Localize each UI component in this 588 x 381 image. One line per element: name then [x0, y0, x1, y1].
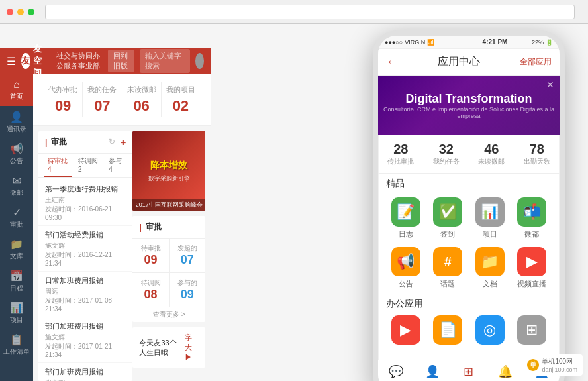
phone-banner-title: Digital Transformation	[405, 92, 532, 106]
phone-office-app-0[interactable]: ▶	[389, 315, 423, 345]
video-label: 视频直播	[517, 279, 546, 289]
phone-battery-icon: 🔋	[546, 39, 553, 46]
approval-item-4-submitter: 张文辉	[45, 378, 126, 381]
approval-item-1[interactable]: 部门活动经费报销 施文辉 发起时间：2016-12-21 21:34	[38, 226, 132, 272]
browser-url-bar[interactable]	[45, 5, 575, 19]
phone-stat-3[interactable]: 78 出勤天数	[514, 142, 560, 166]
audit-view-more[interactable]: 查看更多 >	[132, 307, 205, 322]
approval-tab-lookup[interactable]: 待调阅 2	[74, 154, 102, 177]
audit-stat-initiated[interactable]: 发起的 07	[170, 239, 205, 272]
phone-nav-apps[interactable]: ⊞ 应用	[451, 360, 487, 381]
watermark-site: 单机100网	[542, 357, 577, 366]
approval-item-3[interactable]: 部门加班费用报销 施文辉 发起时间：2017-01-21 21:34	[38, 317, 132, 363]
approval-tab-participate[interactable]: 参与 4	[105, 154, 127, 177]
phone-app-announce[interactable]: 📢 公告	[389, 247, 423, 289]
approval-item-2[interactable]: 日常加班费用报销 周远 发起时间：2017-01-08 21:34	[38, 272, 132, 317]
office-3-icon-box: ⊞	[517, 315, 546, 345]
phone-stat-2[interactable]: 46 未读微邮	[469, 142, 514, 166]
stat-unread-mail[interactable]: 未读微邮 06	[122, 82, 162, 117]
phone-office-app-2[interactable]: ◎	[473, 315, 507, 345]
sidebar-item-mail[interactable]: ✉ 微邮	[0, 170, 33, 201]
approval-add[interactable]: +	[121, 137, 126, 148]
apps-nav-icon: ⊞	[464, 364, 473, 379]
audit-stat-lookup[interactable]: 待调阅 08	[132, 273, 168, 307]
phone-app-video[interactable]: ▶ 视频直播	[515, 247, 550, 289]
sidebar-item-approval-label: 审批	[10, 220, 23, 229]
sidebar-item-approval[interactable]: ✓ 审批	[0, 201, 33, 233]
phone-all-apps-link[interactable]: 全部应用	[520, 56, 552, 68]
birthday-text: 今天友33个人生日哦	[139, 338, 181, 358]
approval-item-0[interactable]: 第一季度通行费用报销 王红南 发起时间：2016-06-21 09:30	[38, 180, 132, 226]
approval-card: | 审批 ↻ + 待审批 4 待调阅 2 参与 4 第	[38, 131, 132, 381]
user-avatar[interactable]	[195, 53, 204, 69]
audit-stat-initiated-value: 07	[175, 253, 200, 267]
phone-stat-0-label: 传批审批	[378, 157, 424, 166]
phone-app-doc[interactable]: 📁 文档	[473, 247, 507, 289]
approval-item-4[interactable]: 部门加班费用报销 张文辉 发起时间：2017-02-04 21:34	[38, 363, 132, 381]
audit-stat-pending[interactable]: 待审批 09	[132, 239, 168, 272]
sidebar-item-schedule[interactable]: 📅 日程	[0, 265, 33, 297]
phone-app-diary[interactable]: 📝 日志	[389, 197, 423, 239]
approval-item-0-title: 第一季度通行费用报销	[45, 184, 126, 194]
diary-icon-box: 📝	[391, 197, 420, 227]
audit-stat-participate-value: 09	[175, 288, 200, 301]
phone-banner: ✕ Digital Transformation Consultoría, CR…	[378, 76, 560, 135]
browser-close-dot[interactable]	[7, 9, 13, 15]
phone-stat-0[interactable]: 28 传批审批	[378, 142, 424, 166]
doc-icon-box: 📁	[475, 247, 505, 276]
announcement-icon: 📢	[10, 142, 23, 155]
banner-card[interactable]: 降本增效 数字采购新引擎 2017中国互联网采购峰会	[132, 131, 205, 211]
approval-item-3-submitter: 施文辉	[45, 333, 126, 342]
hamburger-menu[interactable]: ☰	[7, 55, 16, 68]
back-to-old-button[interactable]: 回到旧版	[108, 50, 134, 72]
audit-stat-participate[interactable]: 参与的 09	[170, 273, 205, 307]
sidebar-item-contacts[interactable]: 👤 通讯录	[0, 106, 33, 138]
sidebar-item-home[interactable]: ⌂ 首页	[0, 74, 33, 106]
birthday-link[interactable]: 字大▶	[185, 333, 199, 362]
phone-stat-1[interactable]: 32 我约任务	[424, 142, 469, 166]
stat-my-projects[interactable]: 我的项目 02	[162, 82, 200, 117]
office-0-icon-box: ▶	[391, 315, 420, 345]
stat-my-tasks[interactable]: 我的任务 07	[83, 82, 122, 117]
phone-banner-close[interactable]: ✕	[546, 80, 554, 90]
browser-maximize-dot[interactable]	[28, 9, 34, 15]
sidebar-item-worklist[interactable]: 📋 工作清单	[0, 329, 33, 360]
sidebar-item-projects[interactable]: 📊 项目	[0, 297, 33, 329]
phone-nav-contacts[interactable]: 👤 联系人	[415, 360, 451, 381]
phone-back-button[interactable]: ←	[386, 55, 398, 69]
browser-minimize-dot[interactable]	[17, 9, 24, 15]
approval-tab-pending[interactable]: 待审批 4	[44, 154, 72, 177]
logo-text: 友空间	[33, 43, 48, 79]
stat-pending-approval[interactable]: 代办审批 09	[44, 82, 83, 117]
approval-actions: ↻ +	[109, 137, 126, 148]
audit-stat-pending-label: 待审批	[138, 244, 163, 253]
phone-apps-grid: 📝 日志 ✅ 签到 📊 项目 📬 微都 📢 公告	[378, 192, 560, 294]
audit-stat-initiated-label: 发起的	[175, 244, 200, 253]
phone-app-project[interactable]: 📊 项目	[473, 197, 507, 239]
phone-nav-messages[interactable]: 💬 消息	[378, 360, 415, 381]
stat-mail-value: 06	[122, 97, 161, 115]
projects-icon: 📊	[10, 301, 23, 314]
middle-panel: | 审批 ↻ + 待审批 4 待调阅 2 参与 4 第	[38, 131, 132, 381]
phone-nav-activity[interactable]: 🔔 动态	[487, 360, 523, 381]
phone-office-app-3[interactable]: ⊞	[515, 315, 550, 345]
phone-app-weidu[interactable]: 📬 微都	[515, 197, 550, 239]
office-2-icon-box: ◎	[475, 315, 505, 345]
phone-app-checkin[interactable]: ✅ 签到	[431, 197, 466, 239]
sidebar-item-library[interactable]: 📁 文库	[0, 233, 33, 265]
office-1-icon-box: 📄	[433, 315, 462, 345]
stat-mail-label: 未读微邮	[122, 85, 161, 95]
sidebar-item-announcements[interactable]: 📢 公告	[0, 138, 33, 170]
approval-refresh[interactable]: ↻	[109, 137, 115, 148]
phone-carrier: VIRGIN	[405, 39, 425, 46]
phone-app-topic[interactable]: # 话题	[431, 247, 466, 289]
phone-section-title: 精品	[378, 174, 560, 192]
birthday-strip: 今天友33个人生日哦 字大▶	[132, 327, 205, 368]
sidebar-item-announcements-label: 公告	[10, 156, 23, 166]
search-input[interactable]: 输入关键字搜索	[140, 49, 191, 73]
phone-signal-dots: ●●●○○	[385, 39, 403, 46]
phone-time: 4:21 PM	[458, 38, 532, 46]
diary-label: 日志	[399, 229, 413, 239]
phone-office-app-1[interactable]: 📄	[431, 315, 466, 345]
approval-item-1-submitter: 施文辉	[45, 241, 126, 250]
